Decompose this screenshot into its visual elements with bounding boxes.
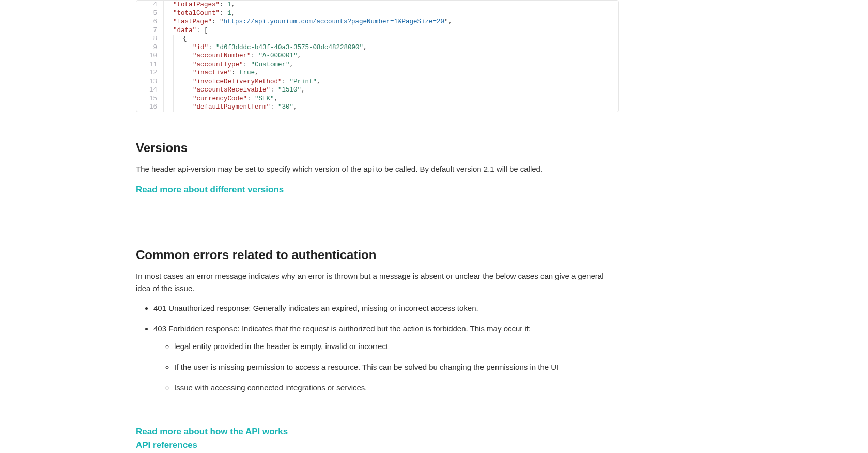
code-text: "accountType": "Customer", <box>193 61 618 69</box>
line-number: 4 <box>136 1 163 9</box>
code-text: "inactive": true, <box>193 69 618 78</box>
code-line: 13"invoiceDeliveryMethod": "Print", <box>136 78 618 86</box>
error-sub-item: Issue with accessing connected integrati… <box>174 382 619 394</box>
code-text: { <box>183 35 618 43</box>
code-line: 11"accountType": "Customer", <box>136 61 618 69</box>
errors-list: 401 Unauthorized response: Generally ind… <box>136 302 619 394</box>
code-line: 4"totalPages": 1, <box>136 1 618 9</box>
code-line: 16"defaultPaymentTerm": "30", <box>136 103 618 112</box>
line-number: 15 <box>136 95 163 103</box>
code-line: 14"accountsReceivable": "1510", <box>136 86 618 95</box>
api-references-link[interactable]: API references <box>136 439 619 452</box>
code-text: "id": "d6f3dddc-b43f-40a3-3575-08dc48228… <box>193 43 618 52</box>
code-line: 5"totalCount": 1, <box>136 9 618 18</box>
code-line: 12"inactive": true, <box>136 69 618 78</box>
line-number: 11 <box>136 61 163 69</box>
code-line: 6"lastPage": "https://api.younium.com/ac… <box>136 18 618 26</box>
line-number: 7 <box>136 26 163 35</box>
code-text: "totalCount": 1, <box>173 9 618 18</box>
errors-heading: Common errors related to authentication <box>136 245 619 265</box>
code-text: "lastPage": "https://api.younium.com/acc… <box>173 18 618 26</box>
line-number: 5 <box>136 9 163 18</box>
line-number: 9 <box>136 43 163 52</box>
code-text: "accountNumber": "A-000001", <box>193 52 618 61</box>
code-text: "invoiceDeliveryMethod": "Print", <box>193 78 618 86</box>
versions-link[interactable]: Read more about different versions <box>136 183 284 197</box>
line-number: 10 <box>136 52 163 61</box>
line-number: 12 <box>136 69 163 78</box>
code-text: "totalPages": 1, <box>173 1 618 9</box>
line-number: 14 <box>136 86 163 95</box>
code-block: 4"totalPages": 1,5"totalCount": 1,6"last… <box>136 0 619 112</box>
line-number: 6 <box>136 18 163 26</box>
code-text: "currencyCode": "SEK", <box>193 95 618 103</box>
error-sub-list: legal entity provided in the header is e… <box>153 340 619 394</box>
code-line: 9"id": "d6f3dddc-b43f-40a3-3575-08dc4822… <box>136 43 618 52</box>
api-works-link[interactable]: Read more about how the API works <box>136 425 619 439</box>
line-number: 8 <box>136 35 163 43</box>
code-line: 7"data": [ <box>136 26 618 35</box>
code-text: "accountsReceivable": "1510", <box>193 86 618 95</box>
code-text: "defaultPaymentTerm": "30", <box>193 103 618 112</box>
code-line: 8{ <box>136 35 618 43</box>
code-line: 10"accountNumber": "A-000001", <box>136 52 618 61</box>
line-number: 16 <box>136 103 163 112</box>
errors-paragraph: In most cases an error message indicates… <box>136 270 619 295</box>
code-text: "data": [ <box>173 26 618 35</box>
versions-paragraph: The header api-version may be set to spe… <box>136 163 619 175</box>
error-sub-item: If the user is missing permission to acc… <box>174 361 619 373</box>
error-sub-item: legal entity provided in the header is e… <box>174 340 619 353</box>
code-line: 15"currencyCode": "SEK", <box>136 95 618 103</box>
line-number: 13 <box>136 78 163 86</box>
error-item: 403 Forbidden response: Indicates that t… <box>153 323 619 394</box>
error-item: 401 Unauthorized response: Generally ind… <box>153 302 619 314</box>
versions-heading: Versions <box>136 138 619 158</box>
